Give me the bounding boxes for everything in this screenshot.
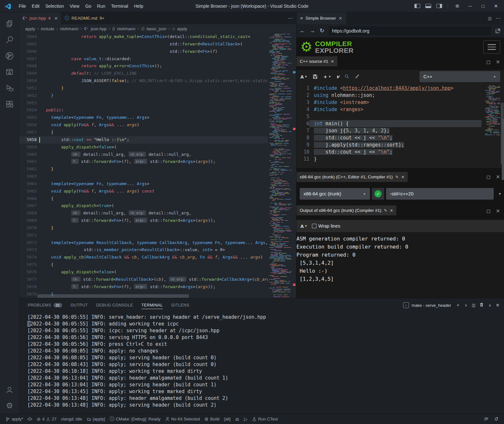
extensions-icon[interactable] bbox=[2, 96, 17, 112]
split-terminal-icon[interactable]: ▯▯ bbox=[472, 303, 475, 307]
code-line[interactable]: 5075 { bbox=[19, 261, 268, 269]
code-line[interactable]: 5072 template<typename ResultCallback, t… bbox=[19, 239, 268, 247]
code-line[interactable]: 5077 cb: std::forward<ResultCallback>(cb… bbox=[19, 276, 268, 283]
horizontal-scrollbar[interactable] bbox=[37, 294, 189, 298]
options-dropdown-icon[interactable]: ▼ bbox=[496, 192, 504, 196]
code-line[interactable]: 5054 public: bbox=[19, 107, 268, 114]
more-actions-icon[interactable]: ⋯ bbox=[496, 15, 501, 21]
search-icon[interactable] bbox=[2, 32, 17, 48]
close-tab-icon[interactable]: ✕ bbox=[338, 16, 342, 21]
code-line[interactable]: 6int main() { bbox=[296, 120, 481, 127]
menu-go[interactable]: Go bbox=[82, 0, 94, 12]
code-line[interactable]: 5058 std::cout << "Hello :-)\n"; bbox=[19, 136, 268, 144]
code-line[interactable]: 3#include <iostream> bbox=[296, 99, 481, 106]
code-line[interactable]: 5063 bbox=[19, 173, 268, 180]
code-line[interactable]: 5066 { bbox=[19, 195, 268, 203]
godbolt-source-editor[interactable]: 1#include <https://localhost:8443/apply/… bbox=[296, 83, 504, 168]
menu-help[interactable]: Help bbox=[131, 0, 146, 12]
publish-item[interactable] bbox=[25, 414, 34, 424]
source-minimap[interactable] bbox=[484, 85, 500, 136]
tab-readme-md[interactable]: ⓘ README.md 9+ bbox=[62, 12, 108, 24]
breadcrumb-item[interactable]: nlohmann bbox=[60, 26, 78, 31]
build-item[interactable]: ⚙ Build bbox=[202, 414, 222, 424]
code-editor[interactable]: 5044 return apply_make_tuple<ConstThis>(… bbox=[19, 33, 296, 298]
debug-item[interactable] bbox=[233, 414, 242, 424]
ctest-item[interactable]: Run CTest bbox=[250, 414, 280, 424]
search-code-icon[interactable] bbox=[344, 74, 349, 79]
font-size-icon[interactable]: A▼ bbox=[300, 74, 307, 80]
toggle-panel-icon[interactable] bbox=[425, 4, 431, 8]
open-external-icon[interactable] bbox=[495, 28, 501, 33]
font-size-icon[interactable]: A▼ bbox=[300, 223, 307, 229]
breadcrumb-item[interactable]: nlohmann bbox=[117, 26, 135, 31]
tab-simple-browser[interactable]: ≡ Simple Browser ✕ bbox=[296, 12, 346, 24]
source-pane-tab[interactable]: C++ source #1 ✕ bbox=[296, 56, 337, 66]
terminal-output[interactable]: [2022-04-30 06:05:55] INFO: serve_header… bbox=[19, 312, 504, 414]
code-line[interactable]: 5049 default: // LCOV_EXCL_LINE bbox=[19, 70, 268, 77]
maximize-icon[interactable]: □ bbox=[478, 1, 489, 11]
code-line[interactable]: 5071 bbox=[19, 232, 268, 239]
language-select[interactable]: C++ ▼ bbox=[420, 71, 500, 82]
code-line[interactable]: 5061 f: std::forward<Fn>(f), args: std::… bbox=[19, 158, 268, 165]
code-line[interactable]: 5062 } bbox=[19, 165, 268, 173]
maximize-panel-icon[interactable]: ∧ bbox=[489, 303, 491, 307]
code-line[interactable]: 5048 return apply_error<ConstThis>(); bbox=[19, 62, 268, 70]
code-line[interactable]: 5074 void apply_cb(ResultCallback && cb,… bbox=[19, 254, 268, 261]
code-line[interactable]: 7 json j{5, 3, 1, 4, 2}; bbox=[296, 127, 481, 134]
tab-problems[interactable]: PROBLEMS31 bbox=[24, 298, 65, 312]
reload-icon[interactable]: ↻ bbox=[320, 27, 324, 34]
notifications-item[interactable] bbox=[492, 417, 501, 421]
breadcrumb-item[interactable]: apply bbox=[25, 26, 35, 31]
code-line[interactable]: 5064 template<typename Fn, typename... A… bbox=[19, 180, 268, 188]
minimap[interactable] bbox=[268, 33, 292, 298]
breadcrumb-item[interactable]: apply bbox=[177, 26, 187, 31]
code-line[interactable]: 5060 cb: detail::null_arg, cb_arg: detai… bbox=[19, 151, 268, 158]
close-tab-icon[interactable]: ✕ bbox=[54, 16, 58, 21]
code-line[interactable]: 5068 cb: detail::null_arg, cb_arg: detai… bbox=[19, 210, 268, 217]
menu-terminal[interactable]: Terminal bbox=[108, 0, 131, 12]
tool-icon[interactable] bbox=[354, 74, 360, 79]
code-line[interactable]: 5045 std::forward<ResultCallback>( bbox=[19, 41, 268, 48]
tab-terminal[interactable]: TERMINAL bbox=[138, 298, 166, 312]
code-line[interactable]: 1#include <https://localhost:8443/apply/… bbox=[296, 85, 481, 92]
code-line[interactable]: 5059 apply_dispatch<false>( bbox=[19, 144, 268, 151]
cmake-status-item[interactable]: ⓘ CMake: [Debug]: Ready bbox=[107, 414, 163, 424]
code-line[interactable]: 5044 return apply_make_tuple<ConstThis>(… bbox=[19, 33, 268, 41]
compiler-options-input[interactable]: -std=c++20 bbox=[386, 188, 494, 200]
code-line[interactable]: 5078 f: std::forward<Fn>(f), args: std::… bbox=[19, 283, 268, 291]
problems-item[interactable]: ⊘4 ⚠27 bbox=[34, 414, 59, 424]
code-line[interactable]: 5047 case value_t::discarded: bbox=[19, 55, 268, 63]
source-control-icon[interactable] bbox=[2, 48, 17, 64]
explorer-icon[interactable] bbox=[2, 15, 17, 32]
code-line[interactable]: 5 bbox=[296, 113, 481, 120]
git-branch-item[interactable]: apply* bbox=[3, 414, 25, 424]
code-line[interactable]: 2using nlohmann::json; bbox=[296, 92, 481, 99]
tab-output[interactable]: OUTPUT bbox=[67, 298, 91, 312]
close-pane-icon[interactable]: ✕ bbox=[390, 208, 393, 213]
code-line[interactable]: 5070 } bbox=[19, 224, 268, 232]
code-line[interactable]: 5067 apply_dispatch<true>( bbox=[19, 202, 268, 210]
code-line[interactable]: 4#include <ranges> bbox=[296, 106, 481, 113]
code-line[interactable]: 11} bbox=[296, 155, 481, 163]
breadcrumb-item[interactable]: include bbox=[41, 26, 54, 31]
code-line[interactable]: 5065 void apply(Fn&& f, Args&& ... args)… bbox=[19, 188, 268, 195]
build-target-item[interactable]: [all] bbox=[222, 414, 233, 424]
compiler-select[interactable]: x86-64 gcc (trunk) ▼ bbox=[300, 188, 370, 200]
code-line[interactable]: 10 std::cout << j << "\n"; bbox=[296, 148, 481, 155]
new-terminal-icon[interactable]: ＋ bbox=[456, 302, 460, 308]
launch-item[interactable]: ▷ bbox=[242, 414, 250, 424]
account-icon[interactable] bbox=[2, 382, 17, 398]
code-line[interactable]: 5069 f: std::forward<Fn>(f), args: std::… bbox=[19, 217, 268, 224]
back-icon[interactable]: ← bbox=[300, 28, 305, 34]
panel-triangle-icon[interactable] bbox=[2, 64, 17, 80]
code-line[interactable]: 9 j.apply(std::ranges::sort); bbox=[296, 141, 481, 148]
tab-json-hpp[interactable]: C⁺ json.hpp 4 ✕ bbox=[19, 12, 62, 24]
menu-file[interactable]: File bbox=[16, 0, 29, 12]
close-panel-icon[interactable]: ✕ bbox=[496, 303, 499, 308]
code-line[interactable]: 5051 } bbox=[19, 85, 268, 92]
close-pane-icon[interactable]: ✕ bbox=[496, 208, 500, 214]
breadcrumb-item[interactable]: basic_json bbox=[147, 26, 166, 31]
close-pane-icon[interactable]: ✕ bbox=[331, 59, 334, 64]
url-input[interactable]: https://godbolt.org bbox=[329, 26, 491, 35]
clangd-status[interactable]: clangd: idle bbox=[59, 414, 84, 424]
